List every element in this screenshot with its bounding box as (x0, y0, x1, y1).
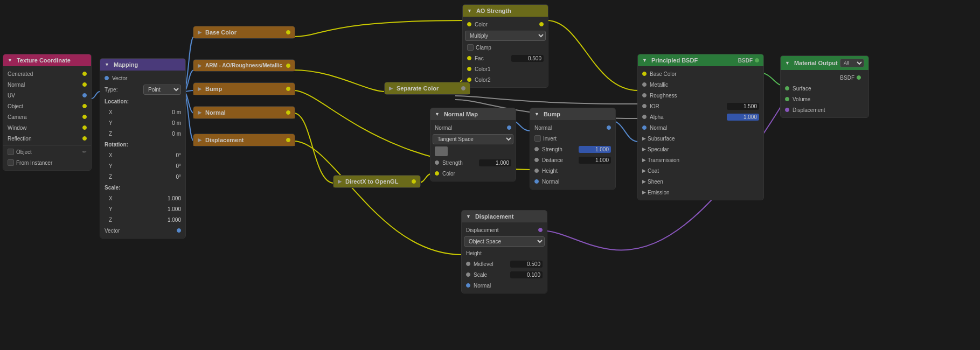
tc-window-label: Window (8, 125, 82, 131)
ao-color1-socket[interactable] (467, 67, 471, 71)
displacement-tex-out-socket[interactable] (286, 138, 290, 142)
normal-map-color-socket[interactable] (435, 171, 439, 176)
ao-color-in-socket[interactable] (467, 22, 471, 26)
ao-blend-mode-select[interactable]: Multiply (465, 31, 546, 41)
mapping-vector-in-socket[interactable] (105, 76, 109, 80)
bump-height-socket[interactable] (534, 169, 539, 173)
principled-coat-chevron: ▶ (642, 168, 646, 173)
normal-map-normal-out-socket[interactable] (507, 125, 511, 130)
displacement-out-row: Displacement (462, 225, 547, 235)
arm-tex-node: ▶ ARM - AO/Roughness/Metallic (193, 59, 295, 72)
displacement-out-socket[interactable] (538, 228, 543, 232)
principled-transmission-chevron: ▶ (642, 157, 646, 163)
material-output-bsdf-socket[interactable] (857, 75, 861, 80)
normal-map-strength-input[interactable] (479, 159, 511, 166)
mapping-type-select[interactable]: Point (143, 85, 181, 95)
principled-bsdf-out-socket[interactable] (755, 58, 759, 62)
mapping-header[interactable]: ▼ Mapping (100, 59, 185, 71)
normal-map-space-select[interactable]: Tangent Space (433, 134, 513, 144)
base-color-tex-header[interactable]: ▶ Base Color (193, 26, 295, 38)
displacement-tex-header[interactable]: ▶ Displacement (193, 134, 295, 146)
principled-alpha-input[interactable] (727, 114, 759, 121)
texture-coordinate-body: Generated Normal UV Object Camera Window (3, 66, 91, 170)
normal-tex-out-socket[interactable] (286, 110, 290, 115)
ao-color2-socket[interactable] (467, 78, 471, 82)
bump-strength-input[interactable] (579, 146, 611, 153)
bump-normal-in-socket[interactable] (534, 179, 539, 184)
normal-map-strength-socket[interactable] (435, 160, 439, 165)
tc-object-input-row: Object ✏ (3, 146, 91, 157)
mapping-loc-z-label: Z (109, 131, 172, 137)
bump-normal-in-label: Normal (542, 179, 611, 185)
principled-metallic-label: Metallic (650, 82, 759, 88)
ao-strength-header[interactable]: ▼ AO Strength (463, 5, 548, 17)
ao-color-out-socket[interactable] (539, 22, 544, 26)
normal-map-color-row: Color (430, 168, 516, 179)
displacement-space-select[interactable]: Object Space (464, 236, 545, 247)
tc-normal-socket[interactable] (82, 82, 87, 87)
displacement-header[interactable]: ▼ Displacement (462, 211, 547, 222)
tc-object-checkbox[interactable] (8, 149, 14, 155)
principled-roughness-socket[interactable] (642, 93, 647, 97)
displacement-tex-title: Displacement (205, 137, 244, 143)
displacement-scale-input[interactable] (510, 271, 543, 278)
displacement-scale-label: Scale (474, 272, 510, 278)
bump-normal-out-socket[interactable] (607, 125, 611, 130)
bump-distance-input[interactable] (579, 157, 611, 164)
bump-tex-header[interactable]: ▶ Bump (193, 83, 295, 95)
separate-color-out-socket[interactable] (461, 86, 465, 90)
principled-header[interactable]: ▼ Principled BSDF BSDF (638, 54, 763, 66)
principled-coat-label: Coat (648, 168, 759, 174)
ao-clamp-checkbox[interactable] (467, 44, 474, 51)
normal-tex-header[interactable]: ▶ Normal (193, 107, 295, 118)
tc-uv-socket[interactable] (82, 93, 87, 97)
displacement-height-label: Height (466, 250, 543, 256)
material-output-displacement-socket[interactable] (785, 108, 789, 112)
bump-invert-checkbox[interactable] (534, 135, 541, 142)
principled-alpha-row: Alpha (638, 111, 763, 122)
directx-opengl-node: ▶ DirectX to OpenGL (333, 175, 421, 188)
material-output-header[interactable]: ▼ Material Output All (781, 56, 868, 70)
tc-window-socket[interactable] (82, 125, 87, 130)
material-output-volume-socket[interactable] (785, 97, 789, 101)
tc-generated-socket[interactable] (82, 72, 87, 76)
ao-fac-socket[interactable] (467, 56, 471, 60)
bump-tex-out-socket[interactable] (286, 87, 290, 91)
material-output-all-select[interactable]: All (840, 59, 864, 67)
displacement-midlevel-input[interactable] (510, 261, 543, 268)
tc-from-instancer-checkbox[interactable] (8, 159, 14, 166)
principled-emission-label: Emission (648, 190, 759, 195)
material-output-title: Material Output (794, 60, 838, 66)
bump-strength-socket[interactable] (534, 147, 539, 151)
base-color-tex-out-socket[interactable] (286, 30, 290, 34)
mapping-title: Mapping (114, 61, 138, 68)
bump-tex-node: ▶ Bump (193, 82, 295, 95)
displacement-midlevel-socket[interactable] (466, 262, 470, 266)
directx-opengl-header[interactable]: ▶ DirectX to OpenGL (333, 176, 420, 187)
ao-fac-input[interactable] (511, 55, 544, 62)
principled-ior-socket[interactable] (642, 104, 647, 108)
arm-tex-out-socket[interactable] (286, 64, 290, 68)
bump-node-header[interactable]: ▼ Bump (530, 108, 615, 120)
principled-alpha-socket[interactable] (642, 115, 647, 119)
principled-metallic-socket[interactable] (642, 82, 647, 87)
bump-distance-socket[interactable] (534, 158, 539, 162)
texture-coordinate-header[interactable]: ▼ Texture Coordinate (3, 54, 91, 66)
principled-ior-input[interactable] (727, 103, 759, 110)
arm-tex-header[interactable]: ▶ ARM - AO/Roughness/Metallic (193, 60, 295, 71)
principled-base-color-socket[interactable] (642, 72, 647, 76)
mapping-vector-out-socket[interactable] (177, 228, 181, 233)
ao-strength-node: ▼ AO Strength Color Multiply Clamp Fac (462, 4, 548, 88)
displacement-normal-socket[interactable] (466, 283, 470, 288)
material-output-collapse-icon: ▼ (785, 60, 790, 66)
tc-camera-socket[interactable] (82, 115, 87, 119)
principled-normal-socket[interactable] (642, 125, 647, 130)
ao-fac-label: Fac (475, 55, 511, 61)
displacement-scale-socket[interactable] (466, 272, 470, 277)
tc-reflection-socket[interactable] (82, 136, 87, 141)
normal-map-header[interactable]: ▼ Normal Map (430, 108, 516, 120)
separate-color-header[interactable]: ▶ Separate Color (385, 82, 470, 94)
tc-object-socket[interactable] (82, 104, 87, 108)
material-output-surface-socket[interactable] (785, 86, 789, 90)
directx-opengl-out-socket[interactable] (412, 179, 416, 184)
